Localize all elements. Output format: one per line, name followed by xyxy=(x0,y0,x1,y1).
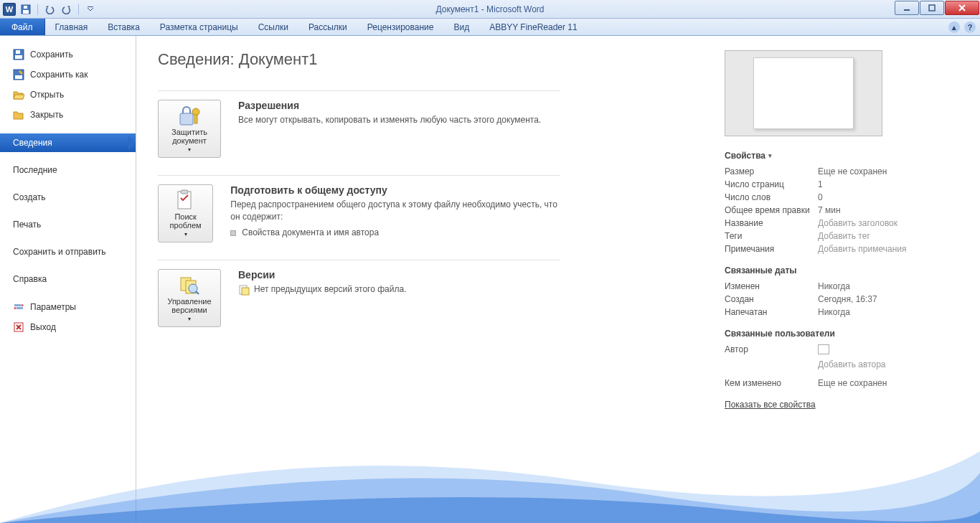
tab-references[interactable]: Ссылки xyxy=(248,19,298,35)
prop-value-placeholder[interactable]: Добавить примечания xyxy=(818,244,907,254)
prop-value: 7 мин xyxy=(818,205,841,215)
title-bar: W Документ1 - Microsoft Word xyxy=(0,0,980,19)
tab-home[interactable]: Главная xyxy=(45,19,98,35)
nav-label: Закрыть xyxy=(30,110,63,120)
backstage-view: Сохранить Сохранить как Открыть Закрыть … xyxy=(0,36,980,523)
svg-rect-18 xyxy=(194,115,197,123)
properties-dropdown[interactable]: Свойства▾ xyxy=(725,151,940,161)
prop-pages: Число страниц1 xyxy=(725,178,940,191)
qat-separator xyxy=(78,4,79,15)
svg-rect-5 xyxy=(929,5,935,11)
nav-print[interactable]: Печать xyxy=(0,215,136,234)
minimize-ribbon-button[interactable]: ▴ xyxy=(948,22,960,33)
backstage-center: Сведения: Документ1 Защитить документ▾ Р… xyxy=(158,50,560,523)
button-label: Поиск проблем xyxy=(161,212,209,230)
prop-label: Число страниц xyxy=(725,179,818,189)
bullet-item: Свойства документа и имя автора xyxy=(230,227,560,237)
nav-new[interactable]: Создать xyxy=(0,188,136,207)
nav-options[interactable]: Параметры xyxy=(0,297,136,317)
prop-author: Автор xyxy=(725,343,940,358)
prepare-body: Подготовить к общему доступу Перед распр… xyxy=(230,184,560,242)
nav-label: Параметры xyxy=(30,302,76,312)
document-preview xyxy=(725,50,882,136)
tab-file[interactable]: Файл xyxy=(0,19,45,35)
nav-label: Сохранить xyxy=(30,50,73,60)
svg-point-13 xyxy=(14,307,17,309)
check-issues-button[interactable]: Поиск проблем▾ xyxy=(158,184,213,242)
protect-document-button[interactable]: Защитить документ▾ xyxy=(158,100,221,158)
prop-label: Теги xyxy=(725,231,818,241)
tab-insert[interactable]: Вставка xyxy=(98,19,150,35)
prop-value: 1 xyxy=(818,179,823,189)
tab-page-layout[interactable]: Разметка страницы xyxy=(150,19,248,35)
nav-open[interactable]: Открыть xyxy=(0,85,136,105)
prop-modified: ИзмененНикогда xyxy=(725,280,940,293)
prop-label: Автор xyxy=(725,344,818,357)
qat-undo-button[interactable] xyxy=(42,2,57,17)
prop-value: Никогда xyxy=(818,307,850,317)
nav-label: Открыть xyxy=(30,90,64,100)
qat-customize-button[interactable] xyxy=(83,2,98,17)
tab-review[interactable]: Рецензирование xyxy=(357,19,444,35)
maximize-button[interactable] xyxy=(920,1,944,15)
window-title: Документ1 - Microsoft Word xyxy=(435,4,544,14)
prop-words: Число слов0 xyxy=(725,191,940,204)
prop-label: Число слов xyxy=(725,192,818,202)
prop-value-placeholder[interactable]: Добавить заголовок xyxy=(818,218,897,228)
help-button[interactable]: ? xyxy=(964,22,976,33)
versions-icon xyxy=(179,274,200,296)
svg-rect-25 xyxy=(242,288,249,295)
bullet-icon xyxy=(230,230,236,236)
prop-label: Кем изменено xyxy=(725,378,818,388)
svg-rect-10 xyxy=(15,75,22,79)
show-all-properties-link[interactable]: Показать все свойства xyxy=(725,400,816,410)
prop-label xyxy=(725,359,818,369)
nav-label: Создать xyxy=(13,192,46,202)
svg-rect-11 xyxy=(14,304,21,306)
quick-access-toolbar: W xyxy=(0,2,98,17)
section-text: Перед распространением общего доступа к … xyxy=(230,199,560,223)
section-text: Все могут открывать, копировать и изменя… xyxy=(238,114,541,126)
qat-redo-button[interactable] xyxy=(60,2,74,17)
close-file-icon xyxy=(13,109,24,121)
nav-help[interactable]: Справка xyxy=(0,270,136,288)
manage-versions-button[interactable]: Управление версиями▾ xyxy=(158,269,221,327)
prop-label: Общее время правки xyxy=(725,205,818,215)
svg-rect-19 xyxy=(178,192,191,209)
prop-author-add: Добавить автора xyxy=(725,358,940,371)
svg-point-14 xyxy=(22,304,24,306)
version-doc-icon xyxy=(238,284,250,296)
close-button[interactable] xyxy=(945,1,979,15)
prop-value: Сегодня, 16:37 xyxy=(818,294,877,304)
nav-info[interactable]: Сведения xyxy=(0,133,136,152)
tab-abbyy[interactable]: ABBYY FineReader 11 xyxy=(479,19,588,35)
svg-rect-12 xyxy=(17,307,23,309)
nav-save[interactable]: Сохранить xyxy=(0,44,136,65)
nav-save-as[interactable]: Сохранить как xyxy=(0,65,136,85)
nav-label: Выход xyxy=(30,322,56,332)
svg-rect-4 xyxy=(904,9,910,11)
nav-recent[interactable]: Последние xyxy=(0,161,136,179)
nav-exit[interactable]: Выход xyxy=(0,317,136,337)
section-heading: Версии xyxy=(238,269,407,281)
button-label: Защитить документ xyxy=(161,128,217,145)
add-author-placeholder[interactable]: Добавить автора xyxy=(818,359,886,369)
minimize-button[interactable] xyxy=(895,1,919,15)
tab-view[interactable]: Вид xyxy=(443,19,479,35)
section-text: Нет предыдущих версий этого файла. xyxy=(238,283,407,296)
tab-mailings[interactable]: Рассылки xyxy=(298,19,357,35)
prop-value-placeholder[interactable]: Добавить тег xyxy=(818,231,870,241)
prop-printed: НапечатанНикогда xyxy=(725,306,940,319)
qat-save-button[interactable] xyxy=(19,2,33,17)
svg-rect-8 xyxy=(16,50,20,54)
svg-rect-2 xyxy=(24,6,27,9)
prop-title: НазваниеДобавить заголовок xyxy=(725,217,940,230)
nav-label: Справка xyxy=(13,274,47,284)
nav-close[interactable]: Закрыть xyxy=(0,105,136,125)
svg-rect-20 xyxy=(181,190,188,194)
chevron-down-icon: ▾ xyxy=(184,231,187,237)
inspect-icon xyxy=(175,189,197,211)
svg-rect-1 xyxy=(23,10,29,14)
nav-share[interactable]: Сохранить и отправить xyxy=(0,242,136,261)
prop-value: Еще не сохранен xyxy=(818,378,887,388)
